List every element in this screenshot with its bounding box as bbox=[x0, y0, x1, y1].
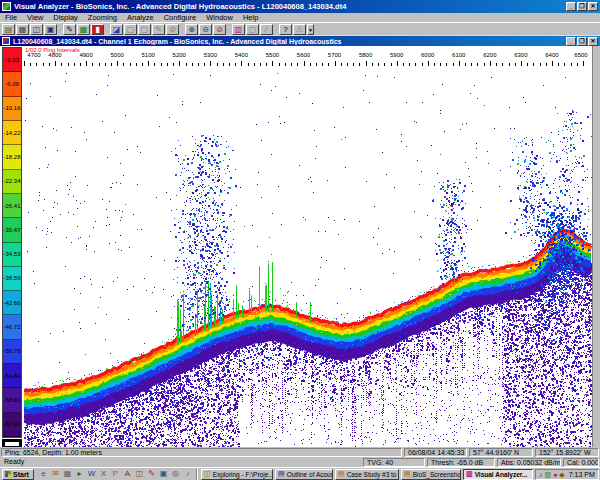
grid-button[interactable]: ▦ bbox=[77, 24, 90, 35]
task-label: Outline of Acoustic... bbox=[287, 471, 333, 478]
tray-scheduler-icon[interactable]: ◆ bbox=[559, 470, 564, 479]
child-minimize-button[interactable]: _ bbox=[566, 37, 576, 46]
zoom-in-button[interactable]: ⊕ bbox=[185, 24, 198, 35]
legend-band-8: -34.53 bbox=[3, 243, 21, 267]
legend-band-10: -42.66 bbox=[3, 291, 21, 315]
legend-band-7: -30.47 bbox=[3, 218, 21, 242]
taskbar: Start e✉▦▸WXPA◫✎▣◎♪ ◫Exploring - F:\Proj… bbox=[0, 467, 600, 480]
legend-band-3: -14.22 bbox=[3, 121, 21, 145]
search-icon[interactable]: ◎ bbox=[170, 469, 181, 479]
record-button[interactable]: ▮ bbox=[91, 24, 104, 35]
mail-icon[interactable]: ✉ bbox=[50, 469, 61, 479]
right-gutter bbox=[592, 46, 600, 447]
notes-icon[interactable]: ♪ bbox=[182, 469, 193, 479]
main-window-controls: _ ❐ ✕ bbox=[566, 2, 598, 11]
taskbar-clock: 7:13 PM bbox=[567, 471, 595, 478]
legend-band-0: -2.03 bbox=[3, 48, 21, 72]
task-label: Case Study #3 to ... bbox=[347, 471, 399, 478]
alerts-dropdown-arrow[interactable]: ▼ bbox=[307, 24, 314, 35]
longitude-readout: 152° 15.8922' W bbox=[535, 448, 599, 457]
legend-band-14: -58.91 bbox=[3, 388, 21, 412]
close-button[interactable]: ✕ bbox=[588, 2, 598, 11]
layer-button: ▢ bbox=[124, 24, 137, 35]
menu-view[interactable]: View bbox=[22, 13, 48, 22]
menu-display[interactable]: Display bbox=[48, 13, 83, 22]
start-button[interactable]: Start bbox=[2, 469, 34, 480]
tray-volume-icon[interactable]: ♪ bbox=[539, 470, 543, 479]
app-icon bbox=[2, 2, 11, 11]
word-icon[interactable]: W bbox=[86, 469, 97, 479]
child-maximize-button[interactable]: ❐ bbox=[577, 37, 587, 46]
color-scale-legend: -2.03-6.09-10.16-14.22-18.28-22.34-26.41… bbox=[2, 47, 22, 438]
media-player-icon[interactable]: ▸ bbox=[74, 469, 85, 479]
absorption-readout: Abs: 0.05032 dB/m bbox=[497, 458, 561, 467]
alerts-button[interactable]: ⚠ bbox=[293, 24, 306, 35]
start-label: Start bbox=[13, 471, 29, 478]
help-button[interactable]: ? bbox=[279, 24, 292, 35]
legend-band-6: -26.41 bbox=[3, 194, 21, 218]
maximize-button[interactable]: ❐ bbox=[577, 2, 587, 11]
legend-band-5: -22.34 bbox=[3, 170, 21, 194]
task-button-3[interactable]: ▤BioS_Screenshots... bbox=[401, 469, 461, 480]
save-button[interactable]: ▣ bbox=[44, 24, 57, 35]
child-window-title: L120040608_143034.dt4 - Channel 1 Echogr… bbox=[13, 38, 563, 45]
paint-icon[interactable]: ✎ bbox=[146, 469, 157, 479]
legend-band-4: -18.28 bbox=[3, 145, 21, 169]
excel-icon[interactable]: X bbox=[98, 469, 109, 479]
powerpoint-icon[interactable]: P bbox=[110, 469, 121, 479]
access-icon[interactable]: A bbox=[122, 469, 133, 479]
legend-band-13: -54.84 bbox=[3, 364, 21, 388]
echogram-file-icon bbox=[2, 37, 10, 45]
explorer-icon[interactable]: ◫ bbox=[134, 469, 145, 479]
task-label: Visual Analyzer... bbox=[475, 471, 528, 478]
task-icon: ◫ bbox=[204, 470, 211, 478]
task-button-1[interactable]: ▤Outline of Acoustic... bbox=[275, 469, 333, 480]
tray-display-icon[interactable]: ▥ bbox=[545, 470, 552, 479]
ping-depth-readout: Ping: 6524, Depth: 1.00 meters bbox=[1, 448, 402, 457]
window-title: Visual Analyzer - BioSonics, Inc. - Adva… bbox=[14, 2, 563, 11]
taskbar-separator bbox=[196, 469, 198, 480]
menu-window[interactable]: Window bbox=[201, 13, 238, 22]
zoom-reset-button[interactable]: ⊘ bbox=[213, 24, 226, 35]
edit-button[interactable]: ✎ bbox=[63, 24, 76, 35]
task-button-0[interactable]: ◫Exploring - F:\Proje... bbox=[201, 469, 273, 480]
task-buttons: ◫Exploring - F:\Proje...▤Outline of Acou… bbox=[201, 469, 533, 480]
internet-explorer-icon[interactable]: e bbox=[38, 469, 49, 479]
show-desktop-icon[interactable]: ▦ bbox=[62, 469, 73, 479]
menu-help[interactable]: Help bbox=[238, 13, 263, 22]
windows-flag-icon bbox=[5, 471, 11, 477]
tvg-readout: TVG: 40 bbox=[363, 458, 425, 467]
menu-file[interactable]: File bbox=[0, 13, 22, 22]
echogram-statusbar: Ping: 6524, Depth: 1.00 meters 06/08/04 … bbox=[0, 447, 600, 457]
menu-configure[interactable]: Configure bbox=[159, 13, 202, 22]
analysis-button[interactable]: ▥ bbox=[232, 24, 245, 35]
legend-band-2: -10.16 bbox=[3, 97, 21, 121]
task-icon: ▤ bbox=[404, 470, 411, 478]
export-button[interactable]: ◫ bbox=[30, 24, 43, 35]
ping-axis-label: 1/02.0 Ping Intervals bbox=[25, 47, 80, 53]
app-statusbar: Ready TVG: 40 Thresh: -65.0 dB Abs: 0.05… bbox=[0, 457, 600, 467]
echogram-button[interactable]: ◪ bbox=[110, 24, 123, 35]
legend-band-1: -6.09 bbox=[3, 72, 21, 96]
imaging-icon[interactable]: ▣ bbox=[158, 469, 169, 479]
menu-analyze[interactable]: Analyze bbox=[122, 13, 159, 22]
tray-antivirus-icon[interactable]: ● bbox=[553, 470, 557, 479]
child-close-button[interactable]: ✕ bbox=[588, 37, 598, 46]
task-icon: ▥ bbox=[466, 470, 473, 478]
task-icon: ▤ bbox=[278, 470, 285, 478]
task-button-2[interactable]: ▤Case Study #3 to ... bbox=[335, 469, 399, 480]
task-label: Exploring - F:\Proje... bbox=[213, 471, 273, 478]
task-icon: ▤ bbox=[338, 470, 345, 478]
main-titlebar[interactable]: Visual Analyzer - BioSonics, Inc. - Adva… bbox=[0, 0, 600, 13]
open-button[interactable]: ▤ bbox=[2, 24, 15, 35]
toolbar: ▤▦◫▣✎▦▮◪▢▢✎⊘⊕⊖⊘▥▢∕?⚠▼ bbox=[0, 22, 600, 35]
latitude-readout: 57° 44.9160' N bbox=[469, 448, 533, 457]
task-button-4[interactable]: ▥Visual Analyzer... bbox=[463, 469, 533, 480]
legend-band-9: -38.59 bbox=[3, 267, 21, 291]
menu-zooming[interactable]: Zooming bbox=[83, 13, 122, 22]
print-button[interactable]: ▦ bbox=[16, 24, 29, 35]
child-titlebar[interactable]: L120040608_143034.dt4 - Channel 1 Echogr… bbox=[0, 35, 600, 46]
echogram-plot[interactable] bbox=[24, 67, 592, 447]
minimize-button[interactable]: _ bbox=[566, 2, 576, 11]
zoom-out-button[interactable]: ⊖ bbox=[199, 24, 212, 35]
